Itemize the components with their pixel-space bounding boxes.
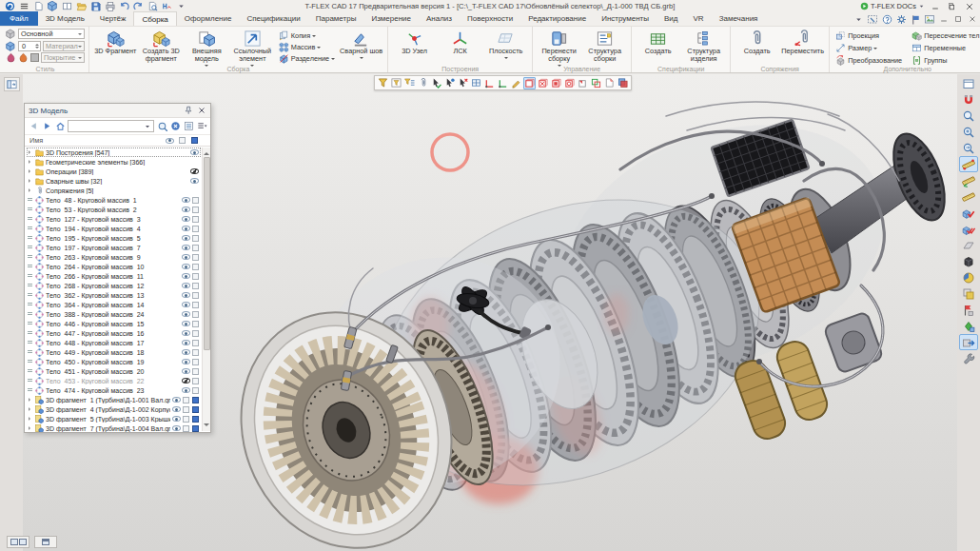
ribbon-tab[interactable]: Анализ: [419, 11, 460, 26]
tree-item[interactable]: Тело_268 - Круговой массив_12: [27, 281, 201, 290]
split-horizontal-icon[interactable]: [34, 536, 57, 548]
visibility-eye-icon[interactable]: [182, 216, 190, 222]
tree-item[interactable]: Тело_449 - Круговой массив_18: [27, 347, 201, 357]
measure-icon[interactable]: [161, 1, 172, 11]
material-icon[interactable]: [959, 318, 978, 334]
body-cube-icon[interactable]: [192, 359, 199, 365]
select-cursor-icon[interactable]: [430, 77, 442, 89]
scheme-select[interactable]: Основной: [18, 29, 85, 39]
draw-pencil-icon[interactable]: [510, 77, 522, 89]
ribbon-small-button[interactable]: Размер: [833, 43, 904, 53]
body-cube-icon[interactable]: [183, 416, 189, 423]
expand-icon[interactable]: [27, 407, 33, 411]
fragment-cube-icon[interactable]: [192, 425, 199, 432]
assembly-filter-icon[interactable]: [617, 77, 629, 89]
visibility-eye-icon[interactable]: [190, 178, 199, 184]
export-view-icon[interactable]: [959, 334, 978, 350]
tree-item[interactable]: Тело_451 - Круговой массив_20: [27, 366, 201, 376]
expand-icon[interactable]: [27, 417, 33, 421]
visibility-eye-icon[interactable]: [172, 397, 181, 403]
view-list-icon[interactable]: [183, 121, 194, 132]
visibility-eye-icon[interactable]: [190, 149, 199, 155]
ribbon-button[interactable]: Создать 3D фрагмент: [139, 29, 184, 63]
expand-icon[interactable]: [27, 198, 33, 203]
expand-icon[interactable]: [27, 360, 33, 364]
body-cube-icon[interactable]: [192, 292, 199, 299]
ribbon-tab[interactable]: Замечания: [712, 11, 766, 26]
expand-icon[interactable]: [27, 188, 33, 192]
qat-customize-icon[interactable]: [175, 1, 186, 11]
help-icon[interactable]: [881, 13, 892, 25]
solid-filter-icon[interactable]: [550, 77, 562, 89]
body-cube-icon[interactable]: [192, 245, 199, 251]
visibility-eye-icon[interactable]: [182, 359, 190, 364]
expand-icon[interactable]: [27, 293, 33, 298]
close-button[interactable]: [963, 1, 976, 11]
tree-item[interactable]: Тело_48 - Круговой массив_1: [27, 195, 201, 205]
expand-icon[interactable]: [27, 217, 33, 222]
face-filter-icon[interactable]: [577, 77, 589, 89]
ribbon-button[interactable]: Сварной шов: [339, 29, 383, 63]
tree-item[interactable]: Тело_266 - Круговой массив_11: [27, 271, 201, 281]
ribbon-tab[interactable]: VR: [686, 11, 712, 26]
visibility-eye-icon[interactable]: [182, 283, 190, 288]
redo-icon[interactable]: [132, 1, 144, 11]
layer-spinner[interactable]: 0: [18, 41, 41, 51]
workplane-icon[interactable]: [959, 237, 978, 253]
color-icon[interactable]: [6, 52, 16, 63]
tree-item[interactable]: 3D фрагмент_7 (Турбина\Д-1-004 Вал.grb (…: [27, 423, 201, 432]
visibility-eye-icon[interactable]: [182, 207, 190, 212]
ribbon-tab[interactable]: Измерение: [363, 11, 419, 26]
visibility-eye-icon[interactable]: [182, 197, 190, 203]
tree-item[interactable]: Тело_264 - Круговой массив_10: [27, 262, 201, 271]
visibility-eye-icon[interactable]: [172, 425, 181, 431]
body-cube-icon[interactable]: [192, 302, 199, 308]
visibility-eye-icon[interactable]: [172, 416, 181, 422]
search-icon[interactable]: [156, 121, 167, 132]
tree-item[interactable]: Тело_453 - Круговой массив_22: [27, 376, 201, 385]
new-3d-document-icon[interactable]: [47, 1, 58, 11]
tree-item[interactable]: Тело_364 - Круговой массив_14: [27, 300, 201, 309]
tree-item[interactable]: Тело_362 - Круговой массив_13: [27, 290, 201, 300]
ribbon-small-button[interactable]: Группы: [910, 55, 980, 66]
tree-item[interactable]: 3D фрагмент_1 (Турбина\Д-1-001 Вал.grb (…: [27, 395, 201, 404]
visibility-eye-icon[interactable]: [182, 349, 190, 355]
filter-window-icon[interactable]: [390, 77, 402, 89]
ribbon-tab[interactable]: Сборка: [133, 11, 176, 26]
expand-icon[interactable]: [27, 274, 33, 279]
visibility-eye-icon[interactable]: [182, 264, 190, 269]
body-cube-icon[interactable]: [192, 387, 199, 394]
fragment-cube-icon[interactable]: [192, 397, 199, 403]
home-icon[interactable]: [54, 121, 66, 132]
ribbon-button[interactable]: Переместить: [780, 29, 825, 63]
panel-scrollbar[interactable]: [202, 148, 210, 431]
clear-search-icon[interactable]: [169, 121, 181, 132]
expand-icon[interactable]: [27, 398, 33, 402]
ribbon-tab[interactable]: Вид: [657, 11, 685, 26]
expand-icon[interactable]: [27, 312, 33, 317]
coating-icon[interactable]: [18, 52, 29, 63]
ribbon-small-button[interactable]: Проекция: [833, 30, 904, 41]
scroll-down-icon[interactable]: [204, 423, 209, 429]
expand-icon[interactable]: [27, 331, 33, 336]
render-mode-icon[interactable]: [959, 269, 978, 285]
pin-icon[interactable]: [183, 106, 193, 116]
tree-item[interactable]: Тело_263 - Круговой массив_9: [27, 252, 201, 262]
expand-icon[interactable]: [27, 350, 33, 355]
mixed-filter-icon[interactable]: [590, 77, 602, 89]
wcs-red-icon[interactable]: [483, 77, 496, 89]
ribbon-button[interactable]: Плоскость: [483, 29, 528, 63]
window-view-icon[interactable]: [61, 1, 72, 11]
fit-window-icon[interactable]: [959, 75, 978, 91]
tree-item[interactable]: Тело_450 - Круговой массив_19: [27, 357, 201, 366]
customize-wrench-icon[interactable]: [959, 350, 978, 366]
ribbon-button[interactable]: Перенести сборку: [537, 29, 581, 63]
ribbon-tab[interactable]: Инструменты: [594, 11, 657, 26]
filter-list-icon[interactable]: [403, 77, 416, 89]
body-filter-icon[interactable]: [523, 77, 536, 89]
panel-menu-icon[interactable]: [196, 121, 207, 132]
expand-icon[interactable]: [27, 265, 33, 269]
minimize-button[interactable]: [929, 1, 942, 11]
zoom-window-icon[interactable]: [959, 108, 978, 124]
doc-restore-icon[interactable]: [952, 13, 964, 25]
